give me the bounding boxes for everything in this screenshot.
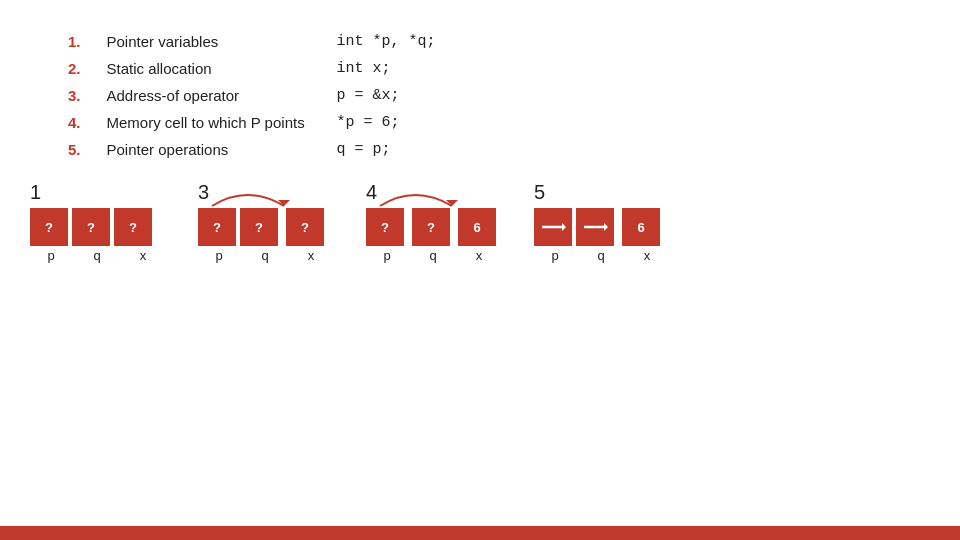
step-5-labels: p q x: [534, 248, 672, 263]
box-x-4: 6: [458, 208, 496, 246]
diagram-1: 1 ? ? ? p q x: [30, 181, 168, 263]
label-q-1: q: [76, 248, 118, 263]
page-title: [0, 0, 960, 28]
step-1-boxes: ? ? ?: [30, 208, 156, 246]
step-5-content: 6 p q x: [534, 208, 672, 263]
box-p-4: ?: [366, 208, 404, 246]
box-p-5: [534, 208, 572, 246]
step-5-boxes: 6: [534, 208, 664, 246]
box-q-5: [576, 208, 614, 246]
curved-arrow-3: [202, 182, 292, 208]
step-4-content: ? ? 6 p q x: [366, 208, 504, 263]
svg-marker-5: [604, 223, 608, 231]
step-4-boxes: ? ? 6: [366, 208, 500, 246]
list-label: Pointer operations: [99, 136, 329, 163]
label-x-5: x: [626, 248, 668, 263]
list-num: 4.: [60, 109, 99, 136]
list-code: q = p;: [329, 136, 900, 163]
label-p-1: p: [30, 248, 72, 263]
step-1-content: ? ? ? p q x: [30, 208, 168, 263]
list-code: p = &x;: [329, 82, 900, 109]
svg-marker-3: [562, 223, 566, 231]
diagram-3: 3 ? ? ? p q x: [198, 181, 336, 263]
diagrams-wrapper: 1 ? ? ? p q x 3: [0, 181, 960, 263]
list-label: Static allocation: [99, 55, 329, 82]
list-num: 5.: [60, 136, 99, 163]
box-q-1: ?: [72, 208, 110, 246]
box-x-3: ?: [286, 208, 324, 246]
list-row: 5. Pointer operations q = p;: [60, 136, 900, 163]
label-x-1: x: [122, 248, 164, 263]
label-p-5: p: [534, 248, 576, 263]
list-num: 2.: [60, 55, 99, 82]
list-code: *p = 6;: [329, 109, 900, 136]
step-5-label: 5: [534, 181, 545, 204]
box-p-1: ?: [30, 208, 68, 246]
box-x-5: 6: [622, 208, 660, 246]
box-q-4: ?: [412, 208, 450, 246]
list-label: Address-of operator: [99, 82, 329, 109]
list-label: Pointer variables: [99, 28, 329, 55]
list-row: 1. Pointer variables int *p, *q;: [60, 28, 900, 55]
bottom-bar: [0, 526, 960, 540]
step-3-boxes: ? ? ?: [198, 208, 328, 246]
list-table: 1. Pointer variables int *p, *q; 2. Stat…: [60, 28, 900, 163]
list-num: 3.: [60, 82, 99, 109]
step-4-labels: p q x: [366, 248, 504, 263]
box-p-3: ?: [198, 208, 236, 246]
content-area: 1. Pointer variables int *p, *q; 2. Stat…: [0, 28, 960, 163]
step-3-content: ? ? ? p q x: [198, 208, 336, 263]
list-label: Memory cell to which P points: [99, 109, 329, 136]
label-x-3: x: [290, 248, 332, 263]
step-1-label: 1: [30, 181, 41, 204]
list-row: 3. Address-of operator p = &x;: [60, 82, 900, 109]
box-x-1: ?: [114, 208, 152, 246]
label-p-3: p: [198, 248, 240, 263]
list-code: int *p, *q;: [329, 28, 900, 55]
step-1-labels: p q x: [30, 248, 168, 263]
box-q-3: ?: [240, 208, 278, 246]
diagram-4: 4 ? ? 6 p q x: [366, 181, 504, 263]
diagram-5: 5 6 p q x: [534, 181, 672, 263]
arrow-icon-p5: [540, 219, 566, 235]
label-q-5: q: [580, 248, 622, 263]
list-row: 4. Memory cell to which P points *p = 6;: [60, 109, 900, 136]
label-q-4: q: [412, 248, 454, 263]
curved-arrow-4: [370, 182, 460, 208]
arrow-icon-q5: [582, 219, 608, 235]
label-q-3: q: [244, 248, 286, 263]
label-x-4: x: [458, 248, 500, 263]
step-3-labels: p q x: [198, 248, 336, 263]
list-code: int x;: [329, 55, 900, 82]
list-row: 2. Static allocation int x;: [60, 55, 900, 82]
label-p-4: p: [366, 248, 408, 263]
list-num: 1.: [60, 28, 99, 55]
